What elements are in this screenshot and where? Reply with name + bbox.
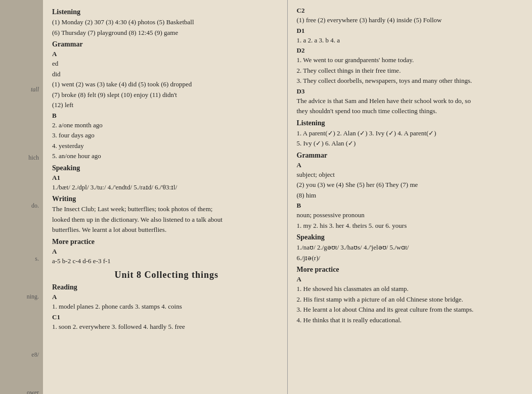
d2-line3: 3. They collect doorbells, newspapers, t… <box>297 76 526 86</box>
listening-title-right: Listening <box>297 119 526 127</box>
d2-line2: 2. They collect things in their free tim… <box>297 66 526 76</box>
speaking-phonetics: 1./bæt/ 2./dpl/ 3./tu:/ 4./'endtd/ 5./ra… <box>52 182 281 192</box>
more-right-a1: 1. He showed his classmates an old stamp… <box>297 284 526 294</box>
more-a-right: A <box>297 275 526 283</box>
c2-label: C2 <box>297 7 526 15</box>
grammar-did: did <box>52 69 281 79</box>
grammar-right-a3: (8) him <box>297 190 526 201</box>
grammar-a-line3: (1) went (2) was (3) take (4) did (5) to… <box>52 79 281 89</box>
grammar-right-a1: subject; object <box>297 170 526 180</box>
reading-title: Reading <box>52 283 281 291</box>
d3-line2: they shouldn't spend too much time colle… <box>297 106 526 116</box>
listening-title-left: Listening <box>52 8 281 16</box>
speaking-right-line1: 1./naʊ/ 2./gəʊt/ 3./haʊs/ 4./'jeləʊ/ 5./… <box>297 242 526 253</box>
grammar-right-a2: (2) you (3) we (4) She (5) her (6) They … <box>297 180 526 190</box>
listening-line-2: (6) Thursday (7) playground (8) 12:45 (9… <box>52 28 281 38</box>
margin-text-3: do. <box>31 202 39 210</box>
margin-text-7: ower <box>27 389 39 394</box>
more-right-a3: 3. He learnt a lot about China and its g… <box>297 305 526 315</box>
right-column: C2 (1) free (2) everywhere (3) hardly (4… <box>288 0 533 394</box>
page-container: tall hich do. s. ning. e8/ ower Listenin… <box>0 0 532 394</box>
margin-text-1: tall <box>31 86 39 93</box>
d3-label: D3 <box>297 87 526 95</box>
grammar-ed: ed <box>52 59 281 69</box>
reading-a-label: A <box>52 293 281 301</box>
c2-line: (1) free (2) everywhere (3) hardly (4) i… <box>297 15 526 25</box>
margin-text-4: s. <box>35 255 39 263</box>
listening-right-line1: 1. A parent(✓) 2. Alan (✓) 3. Ivy (✓) 4.… <box>297 128 526 138</box>
more-practice-title-right: More practice <box>297 266 526 274</box>
grammar-b-line2: 3. four days ago <box>52 130 281 140</box>
more-right-a4: 4. He thinks that it is really education… <box>297 315 526 325</box>
margin-text-5: ning. <box>27 293 39 301</box>
more-a-answer: a-5 b-2 c-4 d-6 e-3 f-1 <box>52 256 281 266</box>
d1-line: 1. a 2. a 3. b 4. a <box>297 35 526 45</box>
grammar-b-line4: 5. an/one hour ago <box>52 151 281 161</box>
writing-title: Writing <box>52 195 281 203</box>
grammar-title-right: Grammar <box>297 152 526 160</box>
grammar-b-left: B <box>52 112 281 120</box>
grammar-a-line4: (7) broke (8) felt (9) slept (10) enjoy … <box>52 90 281 100</box>
grammar-right-b2: 1. my 2. his 3. her 4. theirs 5. our 6. … <box>297 221 526 231</box>
margin-text-2: hich <box>28 154 39 162</box>
reading-c1-line: 1. soon 2. everywhere 3. followed 4. har… <box>52 322 281 332</box>
reading-c1-label: C1 <box>52 313 281 321</box>
d2-line1: 1. We went to our grandparents' home tod… <box>297 55 526 65</box>
margin-text-6: e8/ <box>31 351 39 359</box>
d3-line1: The advice is that Sam and Helen have th… <box>297 96 526 106</box>
grammar-a-right: A <box>297 161 526 169</box>
more-practice-title-left: More practice <box>52 238 281 246</box>
grammar-a-left: A <box>52 50 281 58</box>
grammar-right-b1: noun; possessive pronoun <box>297 210 526 220</box>
speaking-title-left: Speaking <box>52 164 281 172</box>
speaking-title-right: Speaking <box>297 233 526 241</box>
listening-right-line2: 5. Ivy (✓) 6. Alan (✓) <box>297 138 526 149</box>
grammar-b-line1: 2. a/one month ago <box>52 120 281 130</box>
left-margin: tall hich do. s. ning. e8/ ower <box>0 0 43 394</box>
grammar-title-left: Grammar <box>52 40 281 48</box>
reading-a-line: 1. model planes 2. phone cards 3. stamps… <box>52 302 281 312</box>
speaking-right-line2: 6./jɪə(r)/ <box>297 253 526 263</box>
writing-line3: butterflies. We learnt a lot about butte… <box>52 225 281 235</box>
speaking-a1: A1 <box>52 174 281 182</box>
grammar-a-line5: (12) left <box>52 100 281 110</box>
left-column: Listening (1) Monday (2) 307 (3) 4:30 (4… <box>43 0 288 394</box>
more-right-a2: 2. His first stamp with a picture of an … <box>297 294 526 305</box>
grammar-b-line3: 4. yesterday <box>52 141 281 151</box>
d1-label: D1 <box>297 27 526 35</box>
d2-label: D2 <box>297 46 526 55</box>
content-area: Listening (1) Monday (2) 307 (3) 4:30 (4… <box>43 0 532 394</box>
more-a-left: A <box>52 248 281 256</box>
writing-line1: The Insect Club; Last week; butterflies;… <box>52 204 281 214</box>
unit-heading: Unit 8 Collecting things <box>52 270 281 280</box>
listening-line-1: (1) Monday (2) 307 (3) 4:30 (4) photos (… <box>52 17 281 27</box>
grammar-b-right: B <box>297 202 526 210</box>
writing-line2: looked them up in the dictionary. We als… <box>52 215 281 225</box>
